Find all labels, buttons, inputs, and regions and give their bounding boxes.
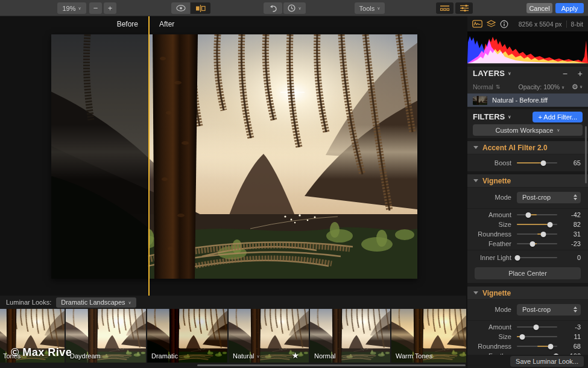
filter-header-vignette-1[interactable]: Vignette xyxy=(467,174,588,188)
photo-before-view xyxy=(51,34,149,279)
chevron-down-icon: ∨ xyxy=(128,300,131,305)
history-button[interactable]: ∨ xyxy=(283,2,306,14)
slider-knob[interactable] xyxy=(526,212,531,218)
zoom-out-button[interactable]: − xyxy=(89,2,102,14)
star-icon[interactable]: ★ xyxy=(291,351,299,360)
preview-toggle-button[interactable] xyxy=(171,2,190,14)
tools-dropdown[interactable]: Tools ∨ xyxy=(355,2,385,14)
filters-title[interactable]: FILTERS ∨ xyxy=(473,112,511,121)
slider-knob[interactable] xyxy=(547,222,552,227)
look-thumbnail-warm-tones[interactable]: Warm Tones xyxy=(391,309,466,363)
workspace-dropdown[interactable]: Custom Workspace ∨ xyxy=(473,124,583,136)
gear-icon: ⚙ xyxy=(572,83,578,91)
slider-knob[interactable] xyxy=(519,334,525,340)
vignette-mode-row: Mode Post-crop xyxy=(467,188,588,207)
place-center-button[interactable]: Place Center xyxy=(475,267,581,279)
cancel-label: Cancel xyxy=(529,5,549,12)
apply-button[interactable]: Apply xyxy=(555,3,584,13)
zoom-level-dropdown[interactable]: 19% ∨ xyxy=(57,2,86,14)
layers-title[interactable]: LAYERS ∨ xyxy=(473,69,511,78)
opacity-label: Opacity: xyxy=(519,83,542,90)
after-label: After xyxy=(159,20,174,28)
boost-slider[interactable] xyxy=(517,162,557,163)
remove-layer-button[interactable]: − xyxy=(563,69,567,78)
slider-row-roundness: Roundness 68 xyxy=(467,341,588,351)
filter-header-vignette-2[interactable]: Vignette xyxy=(467,286,588,300)
amount-slider[interactable] xyxy=(517,326,557,328)
filters-scrollbar[interactable] xyxy=(585,126,587,183)
right-side-panel: 8256 x 5504 px 8-bit LAYERS ∨ − + Normal… xyxy=(467,16,588,368)
add-filter-button[interactable]: + Add Filter... xyxy=(533,112,583,122)
vignette-mode-select[interactable]: Post-crop xyxy=(517,304,581,316)
slider-knob[interactable] xyxy=(515,255,520,261)
clock-icon xyxy=(288,4,296,12)
filmstrip-scrollbar[interactable] xyxy=(197,364,466,366)
roundness-slider[interactable] xyxy=(517,233,557,235)
cancel-button[interactable]: Cancel xyxy=(526,3,552,13)
layer-settings-button[interactable]: ⚙ ∨ xyxy=(572,83,583,91)
select-updown-icon xyxy=(574,194,577,200)
tools-label: Tools xyxy=(359,5,375,12)
compare-view-button[interactable] xyxy=(191,2,210,14)
image-dimensions: 8256 x 5504 px xyxy=(519,21,562,28)
bit-depth: 8-bit xyxy=(566,21,583,28)
chevron-down-icon: ∨ xyxy=(508,115,511,119)
blend-opacity-row: Normal ⇅ Opacity: 100% ∨ ⚙ ∨ xyxy=(467,80,588,94)
photo-after-view xyxy=(51,34,417,279)
inner-light-slider[interactable] xyxy=(517,257,557,258)
opacity-value: 100% xyxy=(543,83,560,90)
layers-toggle-icon[interactable] xyxy=(487,20,496,28)
luminar-app-window: 19% ∨ − + xyxy=(0,0,588,368)
look-thumbnail-dramatic[interactable]: Dramatic xyxy=(147,309,227,363)
undo-button[interactable] xyxy=(264,2,282,14)
luminar-looks-bar: Luminar Looks: Dramatic Landscapes ∨ xyxy=(0,296,466,309)
collapse-triangle-icon xyxy=(473,179,478,182)
slider-knob[interactable] xyxy=(540,160,546,166)
look-thumbnail-daydream[interactable]: Daydream xyxy=(66,309,146,363)
chevron-down-icon: ∨ xyxy=(508,71,511,75)
look-thumbnail-natural-selected[interactable]: Natural ∨ ★ xyxy=(229,309,309,363)
looks-category-dropdown[interactable]: Dramatic Landscapes ∨ xyxy=(56,297,136,308)
filter-header-accent-ai[interactable]: Accent AI Filter 2.0 xyxy=(467,141,588,154)
feather-slider[interactable] xyxy=(517,243,557,244)
undo-arrow-icon xyxy=(268,5,277,12)
layer-row-selected[interactable]: Natural - Before.tiff xyxy=(467,94,588,107)
layer-thumbnail xyxy=(473,96,487,105)
sliders-icon xyxy=(460,4,469,12)
info-icon[interactable] xyxy=(500,20,508,28)
filter-title: Accent AI Filter 2.0 xyxy=(482,144,548,152)
save-luminar-look-button[interactable]: Save Luminar Look... xyxy=(510,356,584,367)
amount-slider[interactable] xyxy=(517,214,557,215)
histogram xyxy=(467,31,588,63)
chevron-down-icon: ∨ xyxy=(298,6,301,10)
roundness-slider[interactable] xyxy=(517,346,557,347)
looks-panel-toggle-button[interactable] xyxy=(436,2,454,14)
slider-row-inner-light: Inner Light 0 xyxy=(467,252,588,264)
vignette-mode-row: Mode Post-crop xyxy=(467,300,588,319)
slider-row-size: Size 82 xyxy=(467,220,588,229)
minus-icon: − xyxy=(93,4,98,13)
size-slider[interactable] xyxy=(517,224,557,225)
chevron-down-icon: ∨ xyxy=(557,128,560,132)
slider-knob[interactable] xyxy=(534,325,539,330)
image-info-strip: 8256 x 5504 px 8-bit xyxy=(467,16,588,31)
vignette-mode-select[interactable]: Post-crop xyxy=(517,192,581,203)
look-thumbnail-normal[interactable]: Normal xyxy=(310,309,390,363)
histogram-toggle-icon[interactable] xyxy=(472,20,482,28)
look-label-normal: Normal xyxy=(314,352,335,360)
slider-knob[interactable] xyxy=(540,232,546,237)
slider-knob[interactable] xyxy=(530,241,535,247)
image-canvas: Before After xyxy=(0,16,466,296)
size-slider[interactable] xyxy=(517,336,557,337)
blend-mode-dropdown[interactable]: Normal xyxy=(473,83,493,90)
slider-knob[interactable] xyxy=(548,344,554,349)
side-panel-toggle-button[interactable] xyxy=(455,2,473,14)
zoom-in-button[interactable]: + xyxy=(104,2,116,14)
opacity-dropdown[interactable]: Opacity: 100% ∨ xyxy=(519,83,565,90)
add-layer-button[interactable]: + xyxy=(578,69,583,78)
filters-section-header: FILTERS ∨ + Add Filter... xyxy=(467,109,588,124)
layers-section-header: LAYERS ∨ − + xyxy=(467,66,588,80)
collapse-triangle-icon xyxy=(473,146,478,149)
filter-title: Vignette xyxy=(482,289,511,297)
before-after-divider[interactable] xyxy=(148,16,150,296)
